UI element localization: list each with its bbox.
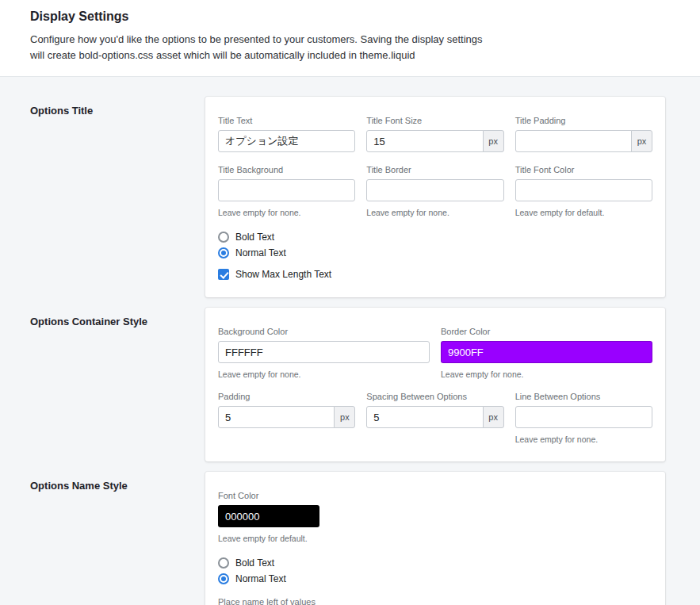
border-color-label: Border Color — [441, 327, 652, 336]
field-line-between-options: Line Between Options Leave empty for non… — [515, 392, 652, 444]
border-color-helper: Leave empty for none. — [441, 370, 652, 379]
field-title-padding: Title Padding px — [515, 116, 652, 152]
padding-input[interactable] — [218, 406, 335, 428]
radio-unchecked-icon — [218, 232, 229, 243]
field-border-color: Border Color Leave empty for none. — [441, 327, 652, 379]
spacing-between-options-label: Spacing Between Options — [366, 392, 503, 401]
title-border-input[interactable] — [366, 179, 503, 201]
field-title-font-color: Title Font Color Leave empty for default… — [515, 165, 652, 217]
title-background-label: Title Background — [218, 165, 355, 174]
title-text-input[interactable] — [218, 130, 355, 152]
spacing-between-options-input[interactable] — [366, 406, 483, 428]
name-normal-text-radio[interactable]: Normal Text — [218, 573, 286, 584]
title-background-input[interactable] — [218, 179, 355, 201]
page-description: Configure how you'd like the options to … — [30, 32, 494, 63]
title-normal-text-radio[interactable]: Normal Text — [218, 247, 286, 258]
field-padding: Padding px — [218, 392, 355, 444]
radio-checked-icon — [218, 573, 229, 584]
px-suffix: px — [631, 130, 652, 152]
show-max-length-label: Show Max Length Text — [235, 269, 331, 280]
line-between-options-input[interactable] — [515, 406, 652, 428]
title-padding-input[interactable] — [515, 130, 632, 152]
name-weight-radio-group: Bold Text Normal Text — [218, 557, 652, 584]
section-options-title: Options Title Title Text Title Font Size… — [0, 97, 700, 297]
title-background-helper: Leave empty for none. — [218, 208, 355, 217]
title-font-size-input[interactable] — [366, 130, 483, 152]
px-suffix: px — [483, 406, 504, 428]
title-font-size-label: Title Font Size — [366, 116, 503, 125]
section-label-options-container-style: Options Container Style — [30, 308, 205, 461]
title-border-helper: Leave empty for none. — [366, 208, 503, 217]
title-padding-label: Title Padding — [515, 116, 652, 125]
padding-label: Padding — [218, 392, 355, 401]
title-bold-text-label: Bold Text — [235, 232, 274, 243]
line-between-options-helper: Leave empty for none. — [515, 435, 652, 444]
field-title-background: Title Background Leave empty for none. — [218, 165, 355, 217]
field-title-text: Title Text — [218, 116, 355, 152]
px-suffix: px — [334, 406, 355, 428]
background-color-label: Background Color — [218, 327, 430, 336]
section-label-options-name-style: Options Name Style — [30, 472, 205, 605]
title-font-color-helper: Leave empty for default. — [515, 208, 652, 217]
section-label-options-title: Options Title — [30, 97, 205, 297]
title-weight-radio-group: Bold Text Normal Text — [218, 232, 652, 258]
radio-unchecked-icon — [218, 557, 229, 569]
name-bold-text-radio[interactable]: Bold Text — [218, 557, 274, 569]
section-options-container-style: Options Container Style Background Color… — [0, 308, 700, 461]
page-title: Display Settings — [30, 10, 665, 24]
options-container-style-card: Background Color Leave empty for none. B… — [205, 308, 665, 461]
field-background-color: Background Color Leave empty for none. — [218, 327, 430, 379]
title-font-color-label: Title Font Color — [515, 165, 652, 174]
title-text-label: Title Text — [218, 116, 355, 125]
border-color-input[interactable] — [441, 341, 652, 363]
options-title-card: Title Text Title Font Size px Title Padd… — [205, 97, 665, 297]
background-color-helper: Leave empty for none. — [218, 370, 430, 379]
font-color-label: Font Color — [218, 491, 319, 500]
background-color-input[interactable] — [218, 341, 430, 363]
title-font-color-input[interactable] — [515, 179, 652, 201]
font-color-input[interactable] — [218, 505, 319, 527]
field-font-color: Font Color — [218, 491, 319, 527]
page-header: Display Settings Configure how you'd lik… — [0, 0, 700, 77]
field-spacing-between-options: Spacing Between Options px — [366, 392, 503, 444]
title-normal-text-label: Normal Text — [235, 247, 286, 258]
radio-checked-icon — [218, 247, 229, 258]
name-normal-text-label: Normal Text — [235, 573, 286, 584]
place-name-left-label: Place name left of values — [218, 597, 652, 605]
options-name-style-card: Font Color Leave empty for default. Bold… — [205, 472, 665, 605]
checkbox-checked-icon — [218, 269, 229, 280]
field-title-border: Title Border Leave empty for none. — [366, 165, 503, 217]
px-suffix: px — [483, 130, 504, 152]
font-color-helper: Leave empty for default. — [218, 534, 652, 543]
title-bold-text-radio[interactable]: Bold Text — [218, 232, 274, 243]
field-title-font-size: Title Font Size px — [366, 116, 503, 152]
section-options-name-style: Options Name Style Font Color Leave empt… — [0, 472, 700, 605]
show-max-length-checkbox[interactable]: Show Max Length Text — [218, 269, 331, 280]
line-between-options-label: Line Between Options — [515, 392, 652, 401]
name-bold-text-label: Bold Text — [235, 557, 274, 569]
title-border-label: Title Border — [366, 165, 503, 174]
